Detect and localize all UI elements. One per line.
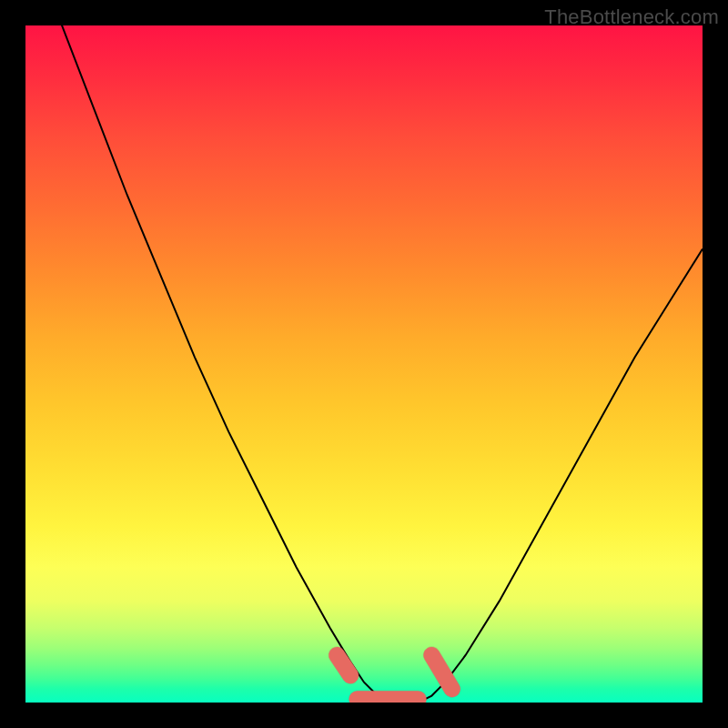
- svg-line-5: [431, 655, 451, 689]
- chart-frame: TheBottleneck.com: [0, 0, 728, 728]
- marker-layer: [25, 25, 703, 703]
- highlight-markers: [337, 655, 451, 699]
- svg-line-1: [337, 655, 350, 675]
- plot-area: [25, 25, 703, 703]
